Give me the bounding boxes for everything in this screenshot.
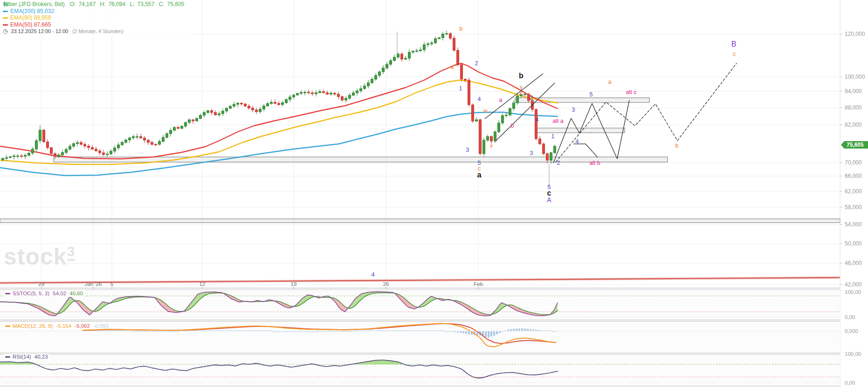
candle-body — [181, 126, 183, 129]
wave-label: 4 — [536, 116, 539, 123]
candlestick-icon — [3, 1, 9, 7]
candle-body — [352, 93, 355, 95]
price-chart-canvas[interactable]: ba214awbyc253aalt calt ab143x5ca3245cAal… — [0, 0, 868, 387]
macd-histogram-bar — [524, 329, 526, 331]
candle-body — [173, 128, 176, 130]
wave-label: A — [547, 196, 551, 204]
candle-body — [483, 140, 485, 154]
price-axis-label: 120,000 — [845, 31, 865, 37]
macd-histogram-bar — [518, 328, 520, 331]
timeframe-row[interactable]: ◷ 23.12.2025 12:00 - 12:00 (2 Monate, 4 … — [3, 28, 191, 35]
wave-label: w — [482, 108, 488, 114]
candle-body — [330, 93, 332, 94]
rsi-overbought-fill — [388, 360, 390, 364]
candle-body — [2, 158, 4, 160]
wave-label: y — [520, 84, 523, 90]
macd-axis-label: 0,000 — [845, 328, 858, 334]
candle-body — [468, 80, 470, 105]
candle-body — [263, 106, 265, 109]
rsi-label: RSI(14) 40,23 — [13, 354, 48, 360]
candle-body — [386, 64, 388, 68]
price-axis-label: 58,000 — [845, 204, 862, 210]
candle-body — [241, 103, 243, 104]
candle-body — [278, 103, 280, 105]
candle-body — [379, 72, 381, 75]
wave-label: c — [520, 90, 523, 96]
ema90-row[interactable]: EMA(90) 89,959 — [3, 15, 191, 21]
candle-body — [420, 50, 422, 51]
ema50-label: EMA(50) 87,665 — [10, 22, 51, 28]
rsi-axis-label: 100,00 — [845, 351, 861, 357]
candle-body — [338, 94, 340, 97]
candle-body — [442, 34, 444, 38]
candle-body — [397, 54, 400, 57]
ema200-row[interactable]: EMA(200) 85,032 — [3, 8, 191, 15]
candle-body — [345, 98, 347, 100]
candle-body — [434, 39, 437, 43]
candle-body — [270, 102, 273, 104]
candle-body — [233, 104, 235, 106]
wave-label: 1 — [459, 85, 462, 92]
price-axis-label: 82,000 — [845, 122, 862, 128]
wave-label: alt a — [552, 118, 564, 124]
candle-body — [58, 155, 60, 156]
candle-body — [550, 153, 552, 160]
candle-body — [9, 157, 12, 158]
macd-histogram-bar — [485, 331, 487, 338]
sstoc-legend[interactable]: SSTOC(5, 5, 3) 54,02 40,60 — [4, 291, 84, 296]
candle-body — [300, 93, 303, 94]
rsi-overbought-fill — [384, 360, 386, 364]
price-axis-label: 66,000 — [845, 173, 862, 179]
macd-histogram-bar — [493, 331, 495, 336]
wave-label: 2 — [475, 60, 478, 67]
candle-body — [151, 143, 153, 144]
wave-label: 4 — [371, 271, 374, 278]
rsi-overbought-fill — [380, 360, 382, 364]
panel-separator — [0, 288, 840, 290]
macd-histogram-bar — [490, 331, 492, 337]
candle-body — [274, 102, 276, 104]
ema50-row[interactable]: EMA(50) 87,665 — [3, 22, 191, 28]
candle-body — [289, 97, 291, 100]
candle-body — [427, 44, 429, 45]
time-axis-label: 12 — [200, 281, 206, 287]
chart-window: ba214awbyc253aalt calt ab143x5ca3245cAal… — [0, 0, 868, 387]
indicator-panel-bg — [0, 290, 840, 319]
macd-histogram-bar — [488, 331, 489, 337]
wave-label: 5 — [590, 91, 593, 98]
candle-body — [341, 97, 344, 101]
wave-label: a — [451, 64, 454, 70]
wave-label: a — [477, 170, 482, 179]
wave-label: b — [460, 26, 463, 32]
candle-body — [401, 54, 403, 59]
stock3-logo: stock3 — [4, 243, 75, 270]
clock-icon: ◷ — [3, 28, 7, 35]
support-trendline — [0, 278, 840, 283]
candle-body — [453, 38, 455, 50]
wave-label: alt b — [589, 160, 600, 166]
price-axis-label: 46,000 — [845, 260, 862, 266]
candle-body — [214, 113, 217, 115]
candle-body — [21, 156, 23, 156]
wave-label: b — [511, 122, 514, 129]
timeframe-detail: (2 Monate, 4 Stunden) — [72, 28, 123, 35]
panel-separator — [0, 320, 840, 322]
instrument-name[interactable]: Silber (JFD Brokers, Bid) — [3, 1, 65, 8]
candle-body — [267, 103, 269, 106]
candle-body — [517, 96, 519, 103]
candle-body — [334, 93, 336, 94]
wave-label: alt c — [626, 89, 637, 95]
macd-legend[interactable]: MACD(12, 26, 9) -5,154 -5,062 -0,093 — [4, 323, 110, 329]
candle-body — [121, 143, 124, 145]
rsi-overbought-fill — [382, 360, 384, 364]
candle-body — [211, 111, 213, 113]
wave-label: x — [490, 143, 493, 149]
macd-histogram-bar — [521, 328, 523, 331]
candle-body — [76, 143, 79, 143]
macd-histogram-bar — [462, 331, 464, 333]
candle-body — [539, 139, 541, 144]
rsi-legend[interactable]: RSI(14) 40,23 — [4, 354, 49, 360]
price-axis-label: 62,000 — [845, 188, 862, 195]
candle-body — [136, 136, 138, 137]
candle-body — [475, 120, 478, 121]
